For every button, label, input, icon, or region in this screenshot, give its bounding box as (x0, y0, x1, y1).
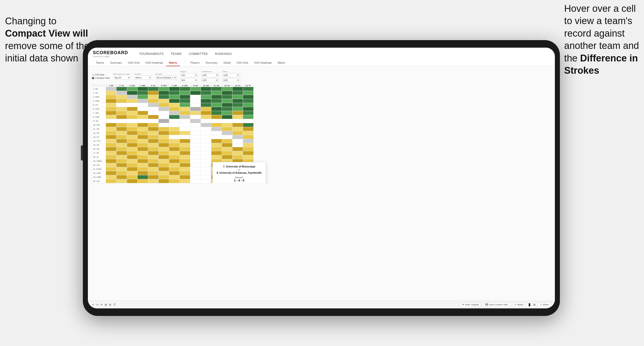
matrix-cell[interactable] (190, 179, 201, 183)
matrix-cell[interactable] (159, 127, 169, 131)
matrix-cell[interactable] (243, 87, 254, 91)
matrix-cell[interactable] (190, 131, 201, 135)
matrix-cell[interactable] (243, 99, 254, 103)
matrix-cell[interactable] (169, 87, 180, 91)
matrix-cell[interactable] (159, 179, 169, 183)
matrix-cell[interactable] (169, 107, 180, 111)
matrix-cell[interactable] (232, 131, 243, 135)
matrix-cell[interactable] (148, 139, 159, 143)
matrix-cell[interactable] (211, 139, 222, 143)
matrix-cell[interactable] (148, 155, 159, 159)
matrix-cell[interactable] (180, 143, 190, 147)
matrix-cell[interactable] (201, 87, 211, 91)
matrix-cell[interactable] (169, 167, 180, 171)
matrix-cell[interactable] (201, 127, 211, 131)
matrix-cell[interactable] (169, 131, 180, 135)
matrix-cell[interactable] (222, 127, 232, 131)
matrix-cell[interactable] (211, 155, 222, 159)
matrix-cell[interactable] (159, 87, 169, 91)
tab-matrix-players[interactable]: Matrix (275, 60, 288, 66)
matrix-cell[interactable] (106, 103, 116, 107)
matrix-cell[interactable] (138, 131, 148, 135)
matrix-cell[interactable] (190, 135, 201, 139)
matrix-cell[interactable] (232, 155, 243, 159)
matrix-cell[interactable] (127, 87, 138, 91)
matrix-cell[interactable] (201, 175, 211, 179)
matrix-cell[interactable] (116, 131, 127, 135)
matrix-cell[interactable] (148, 163, 159, 167)
matrix-cell[interactable] (148, 167, 159, 171)
matrix-cell[interactable] (138, 91, 148, 95)
matrix-cell[interactable] (148, 127, 159, 131)
matrix-cell[interactable] (180, 127, 190, 131)
matrix-cell[interactable] (159, 155, 169, 159)
matrix-cell[interactable] (190, 155, 201, 159)
tab-matrix[interactable]: Matrix (166, 60, 180, 66)
save-custom-view-btn[interactable]: 💾 Save Custom View (483, 302, 510, 307)
matrix-cell[interactable] (159, 131, 169, 135)
team-select-2[interactable]: (All) (222, 78, 240, 82)
matrix-cell[interactable] (148, 87, 159, 91)
zoom-in-icon[interactable]: ⊕ (109, 303, 111, 306)
matrix-cell[interactable] (201, 139, 211, 143)
matrix-cell[interactable] (106, 171, 116, 175)
matrix-cell[interactable] (159, 103, 169, 107)
max-teams-select[interactable]: Top 50 (113, 76, 131, 80)
matrix-cell[interactable] (106, 119, 116, 123)
matrix-cell[interactable] (116, 139, 127, 143)
team-select[interactable]: (All) (222, 73, 240, 77)
matrix-cell[interactable] (211, 103, 222, 107)
matrix-cell[interactable] (127, 175, 138, 179)
matrix-cell[interactable] (232, 151, 243, 155)
matrix-cell[interactable] (222, 87, 232, 91)
matrix-cell[interactable] (106, 175, 116, 179)
matrix-cell[interactable] (180, 131, 190, 135)
matrix-cell[interactable] (169, 99, 180, 103)
matrix-cell[interactable] (127, 155, 138, 159)
matrix-cell[interactable] (138, 103, 148, 107)
matrix-cell[interactable] (232, 143, 243, 147)
matrix-cell[interactable] (243, 151, 254, 155)
matrix-cell[interactable] (127, 179, 138, 183)
matrix-cell[interactable] (243, 127, 254, 131)
matrix-cell[interactable] (148, 111, 159, 115)
matrix-cell[interactable] (116, 175, 127, 179)
redo-icon[interactable]: ↪ (96, 303, 98, 306)
matrix-cell[interactable] (243, 115, 254, 119)
share-btn[interactable]: ↗ Share (538, 302, 551, 307)
conference-select-2[interactable]: (All) (201, 78, 219, 82)
radio-compact-view[interactable]: Compact View (92, 77, 110, 79)
matrix-cell[interactable] (116, 95, 127, 99)
matrix-cell[interactable] (159, 171, 169, 175)
matrix-cell[interactable] (201, 107, 211, 111)
matrix-cell[interactable] (169, 95, 180, 99)
matrix-cell[interactable] (180, 103, 190, 107)
matrix-cell[interactable] (116, 111, 127, 115)
matrix-cell[interactable] (159, 163, 169, 167)
matrix-cell[interactable] (148, 131, 159, 135)
matrix-cell[interactable] (159, 167, 169, 171)
matrix-cell[interactable] (232, 139, 243, 143)
matrix-cell[interactable] (138, 151, 148, 155)
matrix-cell[interactable] (180, 111, 190, 115)
matrix-cell[interactable] (148, 91, 159, 95)
matrix-cell[interactable] (222, 139, 232, 143)
matrix-cell[interactable] (159, 115, 169, 119)
matrix-cell[interactable] (116, 179, 127, 183)
matrix-cell[interactable] (180, 147, 190, 151)
matrix-cell[interactable] (106, 159, 116, 163)
matrix-cell[interactable] (116, 107, 127, 111)
matrix-cell[interactable] (148, 175, 159, 179)
matrix-cell[interactable] (201, 155, 211, 159)
matrix-cell[interactable] (106, 111, 116, 115)
matrix-cell[interactable] (190, 171, 201, 175)
matrix-cell[interactable] (138, 99, 148, 103)
matrix-cell[interactable] (201, 131, 211, 135)
matrix-cell[interactable] (127, 127, 138, 131)
matrix-cell[interactable] (180, 95, 190, 99)
matrix-cell[interactable] (116, 99, 127, 103)
matrix-cell[interactable] (180, 87, 190, 91)
matrix-cell[interactable] (243, 155, 254, 159)
radio-full-view[interactable]: Full View (92, 73, 110, 76)
matrix-cell[interactable] (232, 99, 243, 103)
